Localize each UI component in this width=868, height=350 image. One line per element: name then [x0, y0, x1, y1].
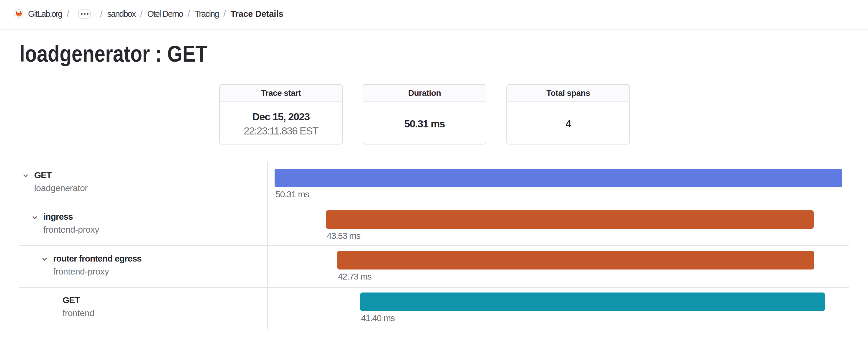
span-operation-label: GET	[63, 294, 80, 307]
trace-summary-cards: Trace start Dec 15, 2023 22:23:11.836 ES…	[0, 84, 868, 145]
chevron-down-icon[interactable]	[32, 216, 37, 219]
breadcrumb-bar: GitLab.org / / sandbox / Otel Demo / Tra…	[0, 0, 868, 30]
span-service-label: frontend-proxy	[43, 223, 99, 236]
span-operation-label: router frontend egress	[53, 252, 142, 265]
duration-value: 50.31 ms	[404, 117, 445, 131]
gitlab-logo-avatar	[14, 9, 23, 19]
span-duration-bar[interactable]	[275, 169, 842, 187]
span-service-label: frontend-proxy	[53, 265, 109, 278]
breadcrumb-separator: /	[223, 9, 226, 19]
span-operation-label: ingress	[43, 210, 73, 223]
total-spans-card-header: Total spans	[507, 85, 629, 102]
breadcrumb-ellipsis-button[interactable]	[78, 9, 91, 19]
breadcrumb-item-gitlab-org[interactable]: GitLab.org	[28, 9, 62, 19]
breadcrumb-separator: /	[67, 9, 69, 19]
breadcrumb-item-tracing[interactable]: Tracing	[195, 9, 219, 19]
span-service-label: frontend	[63, 307, 94, 320]
row-divider	[19, 329, 849, 329]
breadcrumb-separator: /	[188, 9, 190, 19]
duration-card: Duration 50.31 ms	[363, 84, 486, 145]
ellipsis-dot	[84, 13, 86, 15]
chevron-down-icon[interactable]	[42, 258, 47, 261]
breadcrumb-separator: /	[140, 9, 143, 19]
ellipsis-dot	[81, 13, 83, 15]
page-title: loadgenerator : GET	[20, 41, 207, 66]
total-spans-value: 4	[565, 117, 571, 131]
span-duration-label: 42.73 ms	[338, 271, 372, 282]
trace-start-card: Trace start Dec 15, 2023 22:23:11.836 ES…	[219, 84, 343, 145]
span-row: GETloadgenerator50.31 ms	[0, 162, 868, 204]
span-row: ingressfrontend-proxy43.53 ms	[0, 204, 868, 246]
trace-start-time: 22:23:11.836 EST	[244, 124, 318, 138]
chevron-down-icon[interactable]	[23, 174, 28, 178]
span-operation-label: GET	[34, 169, 52, 182]
span-row: router frontend egressfrontend-proxy42.7…	[0, 246, 868, 288]
total-spans-card: Total spans 4	[506, 84, 630, 145]
breadcrumb-item-otel-demo[interactable]: Otel Demo	[147, 9, 183, 19]
span-row: GETfrontend41.40 ms	[0, 288, 868, 330]
span-duration-bar[interactable]	[360, 292, 825, 311]
breadcrumb-separator: /	[100, 9, 102, 19]
breadcrumb: GitLab.org / / sandbox / Otel Demo / Tra…	[14, 9, 283, 19]
span-duration-label: 41.40 ms	[361, 313, 395, 323]
duration-card-header: Duration	[363, 85, 486, 102]
gitlab-tanuki-icon	[16, 11, 22, 17]
span-duration-bar[interactable]	[337, 251, 814, 269]
trace-start-card-header: Trace start	[220, 85, 342, 102]
trace-start-date: Dec 15, 2023	[252, 110, 310, 124]
ellipsis-dot	[87, 13, 89, 15]
span-waterfall-chart: GETloadgenerator50.31 msingressfrontend-…	[0, 162, 868, 329]
breadcrumb-item-sandbox[interactable]: sandbox	[107, 9, 136, 19]
span-duration-bar[interactable]	[326, 210, 814, 229]
breadcrumb-item-trace-details: Trace Details	[230, 9, 283, 19]
span-duration-label: 43.53 ms	[327, 230, 361, 241]
span-duration-label: 50.31 ms	[276, 189, 309, 200]
span-service-label: loadgenerator	[34, 182, 88, 195]
